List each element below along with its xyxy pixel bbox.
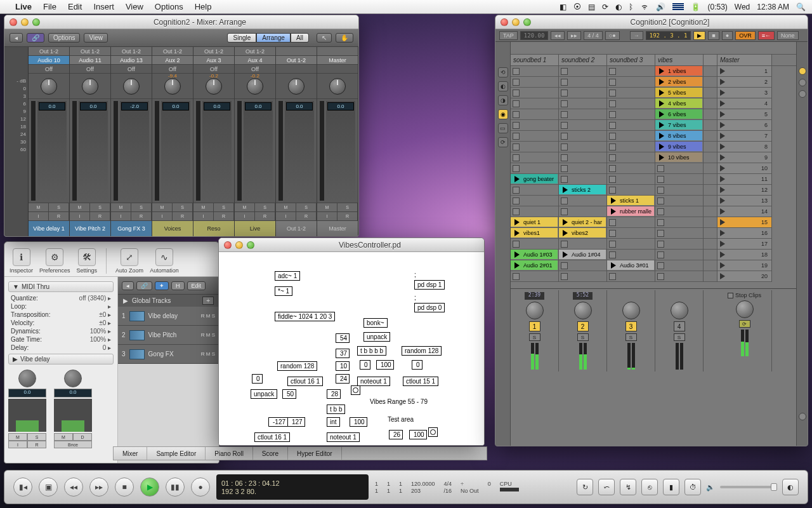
mini-channel[interactable]: 0.0 MD Bnce [54, 368, 92, 448]
tempo-field[interactable]: 120.00 [520, 31, 549, 40]
clip-slot[interactable] [607, 120, 655, 131]
ts-snap[interactable]: ✦ [155, 281, 169, 290]
play-button[interactable]: ▶ [140, 478, 159, 497]
pd-num[interactable]: 100 [409, 430, 427, 439]
dim-button[interactable]: ◐ [782, 479, 799, 495]
clip-slot[interactable]: 1 [717, 66, 771, 77]
clip-slot[interactable]: Audio 2#01 [511, 260, 558, 271]
right-indicator[interactable] [799, 67, 806, 75]
titlebar[interactable]: VibesController.pd [219, 238, 484, 252]
sync-button[interactable]: ⎋ [641, 479, 658, 495]
close-button[interactable] [10, 18, 17, 26]
clip-slot[interactable] [559, 77, 606, 88]
clip-slot[interactable]: 4 [717, 98, 771, 109]
clip-slot[interactable]: 15 [717, 217, 771, 228]
link-button[interactable]: 🔗 [27, 33, 44, 43]
pd-num[interactable]: 50 [282, 389, 296, 399]
pd-obj-unpack[interactable]: unpack [251, 389, 277, 399]
pd-num[interactable]: 0 [360, 360, 370, 370]
clip-slot[interactable]: 6 vibes [655, 109, 703, 120]
mini-channel[interactable]: 0.0 MS IR [8, 368, 46, 448]
clock-paren[interactable]: (0:53) [707, 3, 727, 11]
pd-obj-noteout[interactable]: noteout 1 [327, 432, 360, 442]
clip-slot[interactable]: 9 vibes [655, 142, 703, 152]
track-header[interactable]: soundbed 1 [511, 55, 559, 65]
clip-slot[interactable] [559, 142, 606, 152]
pd-num[interactable]: 10 [336, 361, 350, 371]
clip-slot[interactable]: sticks 1 [607, 196, 655, 206]
pd-obj-mul[interactable]: *~ 1 [275, 286, 292, 296]
clip-slot[interactable] [655, 239, 703, 250]
options-menu[interactable]: Options [48, 33, 80, 43]
clip-slot[interactable]: sticks 2 [559, 185, 606, 196]
clip-slot[interactable] [655, 217, 703, 228]
clip-slot[interactable] [607, 271, 655, 282]
clip-slot[interactable] [607, 250, 655, 260]
clip-slot[interactable] [655, 174, 703, 185]
clip-slot[interactable]: 4 vibes [655, 98, 703, 109]
mixer-icon[interactable]: ◉ [498, 109, 508, 119]
clip-slot[interactable]: 2 vibes [655, 77, 703, 88]
sends-icon[interactable]: ◐ [498, 81, 508, 91]
clip-slot[interactable] [511, 120, 558, 131]
minimize-button[interactable] [235, 241, 243, 249]
battery-icon[interactable]: 🔋 [691, 3, 700, 11]
pd-obj-bonk[interactable]: bonk~ [363, 318, 388, 328]
forward-button[interactable]: ▸▸ [89, 478, 108, 497]
inspector-row[interactable]: Velocity:±0 ▸ [8, 319, 114, 327]
clip-slot[interactable] [704, 98, 717, 109]
zoom-button[interactable] [247, 241, 254, 249]
flag-icon[interactable] [672, 3, 684, 11]
clip-slot[interactable] [704, 88, 717, 98]
clip-slot[interactable] [559, 88, 606, 98]
pd-num[interactable]: 127 [287, 417, 305, 427]
clip-slot[interactable] [559, 131, 606, 142]
clip-slot[interactable] [704, 250, 717, 260]
returns-icon[interactable]: ◑ [498, 95, 508, 105]
zoom-button[interactable] [523, 18, 531, 26]
wifi-icon[interactable] [640, 3, 649, 11]
pd-num[interactable]: 54 [336, 333, 350, 343]
clip-slot[interactable] [704, 77, 717, 88]
clip-slot[interactable] [511, 185, 558, 196]
clip-slot[interactable]: 11 [717, 174, 771, 185]
clip-slot[interactable] [511, 131, 558, 142]
io-icon[interactable]: ⟲ [498, 67, 508, 77]
clip-slot[interactable] [607, 185, 655, 196]
clip-slot[interactable] [559, 239, 606, 250]
mixer-channel[interactable]: Out 1-2 Aux 3 Off -0.2 0.0 MS IR Reso [193, 47, 235, 237]
back-to-arr[interactable]: ≡← [758, 31, 775, 40]
seg-arrange[interactable]: Arrange [256, 33, 291, 43]
mixer-channel[interactable]: Out 1-2 Audio 11 Off 0.0 MS IR Vibe Pitc… [70, 47, 111, 237]
clip-slot[interactable] [704, 228, 717, 239]
status-icon[interactable]: ◧ [560, 3, 566, 11]
pd-obj-ctlout[interactable]: ctlout 16 1 [254, 432, 290, 442]
pd-msg[interactable]: pd dsp 1 [414, 280, 445, 290]
clock-time[interactable]: 12:38 AM [757, 3, 789, 11]
track-header[interactable]: vibes [655, 55, 704, 65]
clip-slot[interactable] [607, 109, 655, 120]
tab-piano[interactable]: Piano Roll [206, 447, 253, 460]
clip-slot[interactable]: 8 [717, 142, 771, 152]
pd-num[interactable]: -127 [268, 417, 288, 427]
pd-obj-tbb[interactable]: t b b [327, 404, 345, 414]
pd-num[interactable]: 0 [252, 374, 263, 384]
clip-slot[interactable]: vibes1 [511, 228, 558, 239]
stop-button[interactable]: ■ [708, 31, 719, 40]
clip-slot[interactable] [559, 152, 606, 163]
clip-slot[interactable]: vibes2 [559, 228, 606, 239]
clip-slot[interactable] [559, 174, 606, 185]
clip-slot[interactable] [559, 120, 606, 131]
mixer-channel[interactable]: Out 1-2 Audio 10 Off 0.0 MS IR Vibe dela… [29, 47, 70, 237]
pd-num[interactable]: 28 [327, 389, 341, 399]
clip-slot[interactable] [607, 77, 655, 88]
pd-msg[interactable]: pd dsp 0 [414, 303, 445, 312]
pd-obj-unpack[interactable]: unpack [363, 332, 390, 342]
time-sig[interactable]: 4 / 4 [584, 31, 603, 40]
clip-slot[interactable] [511, 206, 558, 217]
track-row[interactable]: 3Gong FXR M S [118, 345, 219, 364]
track-header[interactable]: soundbed 2 [559, 55, 607, 65]
pd-num[interactable]: 100 [376, 360, 394, 370]
inspector-row[interactable]: Dynamics:100% ▸ [8, 327, 114, 335]
clip-slot[interactable] [559, 271, 606, 282]
